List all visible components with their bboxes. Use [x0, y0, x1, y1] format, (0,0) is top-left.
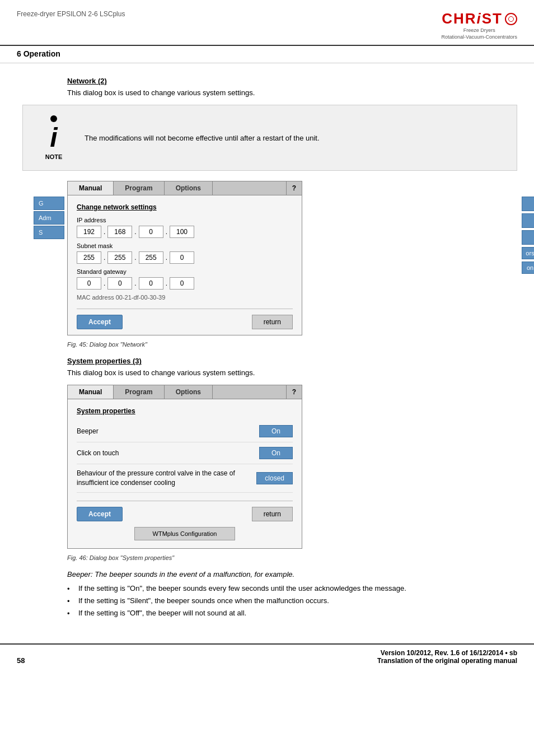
gateway-dot-2: . — [133, 279, 137, 287]
page-footer: 58 Version 10/2012, Rev. 1.6 of 16/12/20… — [0, 643, 534, 669]
sidebar-adm-label[interactable]: Adm — [34, 211, 64, 225]
wtmplus-config-button[interactable]: WTMplus Configuration — [134, 527, 235, 540]
gateway-label: Standard gateway — [77, 268, 293, 275]
click-on-touch-label: Click on touch — [77, 449, 119, 458]
network-title: Network (2) — [67, 77, 517, 85]
sys-tab-manual[interactable]: Manual — [68, 385, 114, 399]
note-icon-area: i NOTE — [34, 115, 73, 160]
bullet-item-1: • If the setting is "On", the beeper sou… — [67, 584, 517, 593]
document-title: Freeze-dryer EPSILON 2-6 LSCplus — [17, 10, 125, 18]
bullet-dot-2: • — [67, 597, 75, 605]
network-dialog-wrapper: G Adm S Manual Program Options ? Change … — [67, 181, 517, 335]
sys-tab-program[interactable]: Program — [114, 385, 164, 399]
subnet-field-2[interactable] — [107, 251, 132, 264]
note-dot-icon — [50, 115, 57, 122]
tab-manual[interactable]: Manual — [68, 181, 114, 195]
gateway-field-1[interactable] — [77, 277, 101, 290]
subnet-row: . . . — [77, 251, 293, 264]
bullet-text-2: If the setting is "Silent", the beeper s… — [78, 596, 329, 605]
subnet-dot-3: . — [165, 254, 168, 262]
ip-label: IP address — [77, 217, 293, 223]
beeper-label: Beeper — [77, 427, 99, 436]
logo-subtitle: Freeze Dryers Rotational-Vacuum-Concentr… — [442, 27, 517, 40]
bullet-text-1: If the setting is "On", the beeper sound… — [78, 584, 406, 592]
ip-field-1[interactable] — [77, 226, 101, 238]
subnet-field-1[interactable] — [77, 251, 101, 264]
sys-dialog-body: System properties Beeper On Click on tou… — [68, 399, 302, 548]
network-btn-row: Accept return — [77, 309, 293, 329]
tab-program[interactable]: Program — [114, 181, 164, 195]
page-number: 58 — [17, 656, 25, 665]
gateway-field-2[interactable] — [107, 277, 132, 290]
sys-tab-options[interactable]: Options — [165, 385, 213, 399]
click-on-touch-value[interactable]: On — [259, 447, 293, 459]
sys-dialog-tab-bar: Manual Program Options ? — [68, 385, 302, 399]
bullet-text-3: If the setting is "Off", the beeper will… — [78, 609, 246, 617]
sys-props-dialog: Manual Program Options ? System properti… — [67, 385, 302, 549]
subnet-dot-1: . — [102, 254, 106, 262]
network-return-button[interactable]: return — [252, 315, 293, 329]
right-btn-ors[interactable]: ors — [522, 247, 534, 259]
note-text: The modifications will not become effect… — [85, 134, 320, 142]
pressure-valve-row: Behaviour of the pressure control valve … — [77, 464, 293, 493]
network-right-buttons: ors on — [522, 197, 534, 274]
mac-address: MAC address 00-21-df-00-30-39 — [77, 294, 293, 301]
bullet-dot-3: • — [67, 609, 75, 618]
bullet-item-3: • If the setting is "Off", the beeper wi… — [67, 609, 517, 618]
sys-props-title: System properties (3) — [67, 357, 517, 365]
note-label: NOTE — [45, 153, 63, 160]
system-properties-section: System properties (3) This dialog box is… — [67, 357, 517, 561]
right-btn-3[interactable] — [522, 230, 534, 245]
gateway-field-4[interactable] — [170, 277, 194, 290]
sys-return-button[interactable]: return — [252, 507, 293, 521]
gateway-field-3[interactable] — [139, 277, 163, 290]
sys-props-dialog-wrapper: Manual Program Options ? System properti… — [67, 385, 517, 549]
ip-dot-1: . — [102, 228, 106, 236]
network-dialog: Manual Program Options ? Change network … — [67, 181, 302, 335]
bullet-list: • If the setting is "On", the beeper sou… — [67, 584, 517, 618]
bullet-dot-1: • — [67, 585, 75, 593]
translation-text: Translation of the original operating ma… — [377, 657, 517, 665]
beeper-row: Beeper On — [77, 421, 293, 442]
ip-dot-2: . — [133, 228, 137, 236]
network-section: Network (2) This dialog box is used to c… — [67, 77, 517, 348]
pressure-valve-label: Behaviour of the pressure control valve … — [77, 469, 245, 488]
ip-dot-3: . — [165, 228, 168, 236]
network-description: This dialog box is used to change variou… — [67, 88, 517, 97]
network-fig-caption: Fig. 45: Dialog box "Network" — [67, 341, 517, 348]
note-i-icon: i — [50, 124, 57, 151]
sys-props-section-title: System properties — [77, 407, 293, 415]
sys-tab-help[interactable]: ? — [286, 385, 302, 399]
page-header: Freeze-dryer EPSILON 2-6 LSCplus CHRiST … — [0, 0, 534, 45]
dialog-tab-bar: Manual Program Options ? — [68, 181, 302, 195]
sidebar-s-label[interactable]: S — [34, 226, 64, 239]
right-btn-2[interactable] — [522, 213, 534, 228]
click-on-touch-row: Click on touch On — [77, 442, 293, 464]
subnet-dot-2: . — [133, 254, 137, 262]
beeper-intro-text: Beeper: The beeper sounds in the event o… — [67, 570, 517, 578]
subnet-field-3[interactable] — [139, 251, 163, 264]
bullet-item-2: • If the setting is "Silent", the beeper… — [67, 596, 517, 605]
beeper-explanation: Beeper: The beeper sounds in the event o… — [67, 570, 517, 618]
change-network-title: Change network settings — [77, 203, 293, 211]
main-content: Network (2) This dialog box is used to c… — [0, 63, 534, 627]
right-btn-on[interactable]: on — [522, 262, 534, 274]
gateway-dot-1: . — [102, 279, 106, 287]
tab-options[interactable]: Options — [165, 181, 213, 195]
tab-help[interactable]: ? — [286, 181, 302, 195]
ip-field-2[interactable] — [107, 226, 132, 238]
sys-accept-button[interactable]: Accept — [77, 507, 123, 521]
pressure-valve-value[interactable]: closed — [256, 472, 293, 484]
right-btn-1[interactable] — [522, 197, 534, 211]
gateway-row: . . . — [77, 277, 293, 290]
subnet-field-4[interactable] — [170, 251, 194, 264]
ip-field-3[interactable] — [139, 226, 163, 238]
note-box: i NOTE The modifications will not become… — [22, 105, 517, 171]
network-accept-button[interactable]: Accept — [77, 315, 123, 329]
ip-field-4[interactable] — [170, 226, 194, 238]
sidebar-g-label[interactable]: G — [34, 197, 64, 210]
beeper-value[interactable]: On — [259, 425, 293, 437]
logo-text: CHRiST — [442, 10, 503, 27]
subnet-label: Subnet mask — [77, 242, 293, 249]
logo-area: CHRiST Freeze Dryers Rotational-Vacuum-C… — [442, 10, 517, 40]
